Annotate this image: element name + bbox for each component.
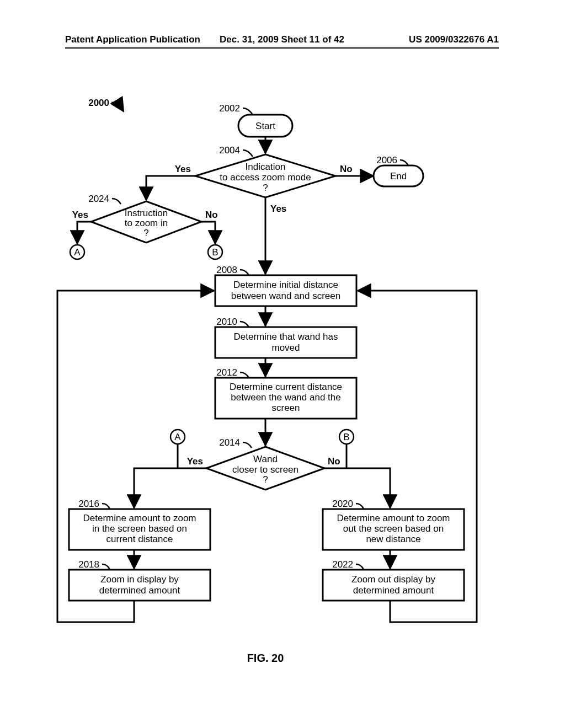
svg-text:out the screen based on: out the screen based on <box>343 523 444 534</box>
svg-text:determined amount: determined amount <box>353 585 434 596</box>
svg-text:Determine amount to zoom: Determine amount to zoom <box>337 513 450 523</box>
label-no-2004: No <box>340 164 353 174</box>
svg-text:Determine initial distance: Determine initial distance <box>233 280 338 290</box>
ref-2010: 2010 <box>216 317 237 327</box>
svg-text:?: ? <box>263 474 268 485</box>
svg-text:current distance: current distance <box>106 534 173 544</box>
label-yes-2004-down: Yes <box>270 204 286 214</box>
ref-2022: 2022 <box>332 559 353 570</box>
label-yes-2024: Yes <box>72 210 88 220</box>
svg-text:Start: Start <box>255 121 275 131</box>
svg-text:Determine current distance: Determine current distance <box>230 382 342 392</box>
svg-text:A: A <box>74 247 81 258</box>
label-yes-2014: Yes <box>187 456 203 467</box>
decision-2024: Instruction to zoom in ? <box>91 201 201 243</box>
svg-text:B: B <box>212 247 218 258</box>
decision-2004: Indication to access zoom mode ? <box>195 154 335 197</box>
svg-text:between the wand and the: between the wand and the <box>231 392 340 403</box>
process-2022: Zoom out display by determined amount <box>323 570 464 601</box>
ref-2012: 2012 <box>216 367 237 378</box>
svg-text:screen: screen <box>271 403 300 413</box>
figure-title: FIG. 20 <box>247 652 284 664</box>
svg-text:closer to screen: closer to screen <box>232 464 299 475</box>
ref-2024: 2024 <box>88 194 109 204</box>
process-2012: Determine current distance between the w… <box>215 378 356 419</box>
process-2010: Determine that wand has moved <box>215 327 356 358</box>
svg-text:between wand and screen: between wand and screen <box>231 291 340 301</box>
ref-2018: 2018 <box>78 559 99 570</box>
terminal-end: End <box>374 165 423 186</box>
label-no-2024: No <box>205 210 218 220</box>
ref-2020: 2020 <box>332 499 353 509</box>
svg-text:A: A <box>174 432 181 442</box>
svg-text:Instruction: Instruction <box>125 208 168 218</box>
svg-text:moved: moved <box>271 342 300 353</box>
ref-2004: 2004 <box>219 145 240 156</box>
svg-text:Determine that wand has: Determine that wand has <box>234 331 338 342</box>
svg-text:?: ? <box>143 228 148 238</box>
svg-text:Wand: Wand <box>253 454 278 464</box>
svg-text:determined amount: determined amount <box>99 585 180 596</box>
ref-2014: 2014 <box>219 437 240 448</box>
terminal-start: Start <box>238 115 292 137</box>
process-2008: Determine initial distance between wand … <box>215 275 356 306</box>
svg-text:?: ? <box>263 183 268 193</box>
svg-text:to access zoom mode: to access zoom mode <box>220 172 311 183</box>
process-2020: Determine amount to zoom out the screen … <box>323 509 464 550</box>
svg-text:Zoom out display by: Zoom out display by <box>351 574 436 585</box>
svg-text:new distance: new distance <box>366 534 420 544</box>
svg-text:B: B <box>343 432 349 442</box>
svg-text:to zoom in: to zoom in <box>125 218 168 228</box>
decision-2014: Wand closer to screen ? <box>206 447 324 490</box>
flowchart: 2000 2002 Start 2004 Indication to acces… <box>0 0 565 728</box>
ref-2008: 2008 <box>216 265 237 275</box>
ref-2016: 2016 <box>78 499 99 509</box>
svg-text:Indication: Indication <box>246 162 286 172</box>
process-2018: Zoom in display by determined amount <box>69 570 210 601</box>
ref-2002: 2002 <box>219 103 240 114</box>
svg-text:Determine amount to zoom: Determine amount to zoom <box>83 513 196 523</box>
svg-text:Zoom in display by: Zoom in display by <box>100 574 179 585</box>
label-no-2014: No <box>328 456 340 467</box>
svg-text:End: End <box>390 171 407 181</box>
process-2016: Determine amount to zoom in the screen b… <box>69 509 210 550</box>
label-yes-2004: Yes <box>175 164 191 174</box>
ref-2006: 2006 <box>376 155 397 165</box>
svg-text:in the screen based on: in the screen based on <box>92 523 187 534</box>
ref-2000: 2000 <box>88 98 109 108</box>
